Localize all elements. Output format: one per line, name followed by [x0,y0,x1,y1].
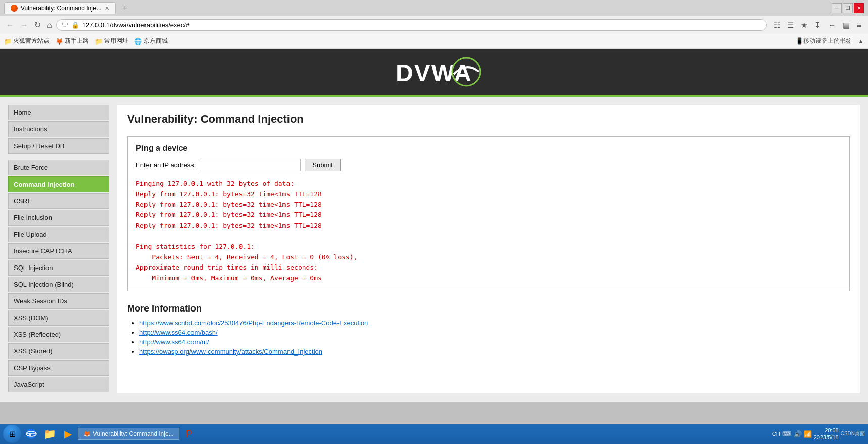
close-button[interactable]: ✕ [854,3,864,13]
page-title: Vulnerability: Command Injection [117,105,860,131]
sidebar-item-command-injection[interactable]: Command Injection [8,176,109,192]
sidebar-item-csrf[interactable]: CSRF [8,193,109,209]
dvwa-logo-swoosh [451,57,481,87]
link-3[interactable]: http://www.ss64.com/nt/ [139,338,209,346]
bookmark-icon-1: 📁 [4,38,12,45]
sidebar-gap [8,155,109,160]
link-2[interactable]: http://www.ss64.com/bash/ [139,329,218,336]
bookmark-label-4: 京东商城 [143,37,168,46]
extensions-button[interactable]: ☷ [771,19,783,31]
tab-title: Vulnerability: Command Inje... [21,5,102,12]
lock-icon: 🔒 [71,21,79,29]
link-4[interactable]: https://owasp.org/www-community/attacks/… [139,348,322,356]
link-1[interactable]: https://www.scribd.com/doc/2530476/Php-E… [139,319,368,327]
dvwa-logo: DVWA [396,59,472,87]
more-info-title: More Information [127,303,850,314]
sidebar-item-javascript[interactable]: JavaScript [8,377,109,392]
submit-button[interactable]: Submit [305,159,340,171]
reader-button[interactable]: ☰ [785,19,796,31]
sidebar-item-instructions[interactable]: Instructions [8,121,109,137]
home-button[interactable]: ⌂ [45,19,54,32]
bookmark-item-1[interactable]: 📁 火狐官方站点 [4,37,50,46]
sidebar-item-insecure-captcha[interactable]: Insecure CAPTCHA [8,243,109,259]
bookmark-icon-3: 📁 [95,38,103,45]
sidebar-item-csp-bypass[interactable]: CSP Bypass [8,360,109,376]
bookmark-label-2: 新手上路 [65,37,89,46]
browser-chrome: Vulnerability: Command Inje... ✕ + ─ ❐ ✕… [0,0,868,49]
ping-box-title: Ping a device [136,144,841,153]
ip-input[interactable] [200,159,301,171]
sidebar-item-xss-stored[interactable]: XSS (Stored) [8,343,109,359]
restore-button[interactable]: ❐ [843,3,853,13]
window-controls: ─ ❐ ✕ [832,3,864,13]
more-info-section: More Information https://www.scribd.com/… [117,296,860,365]
mobile-bookmarks: 📱移动设备上的书签 [796,37,852,46]
shield-icon: 🛡 [62,21,68,29]
title-bar: Vulnerability: Command Inje... ✕ + ─ ❐ ✕ [0,0,868,16]
ping-box: Ping a device Enter an IP address: Submi… [127,136,850,291]
url-input[interactable]: 127.0.0.1/dvwa/vulnerabilities/exec/# [82,21,762,29]
sidebar-item-sql-injection[interactable]: SQL Injection [8,260,109,276]
browser-tab[interactable]: Vulnerability: Command Inje... ✕ [4,2,116,14]
bookmark-label-1: 火狐官方站点 [13,37,50,46]
sidebar-item-xss-reflected[interactable]: XSS (Reflected) [8,327,109,342]
minimize-button[interactable]: ─ [832,3,842,13]
address-bar[interactable]: 🛡 🔒 127.0.0.1/dvwa/vulnerabilities/exec/… [56,19,767,31]
sidebar-item-home[interactable]: Home [8,105,109,120]
tab-favicon [11,5,18,12]
bookmark-item-3[interactable]: 📁 常用网址 [95,37,128,46]
dvwa-header: DVWA [0,49,868,97]
page-wrapper: DVWA Home Instructions Setup / Reset DB … [0,49,868,402]
back-button2[interactable]: ← [826,19,838,31]
download-button[interactable]: ↧ [812,19,824,31]
more-info-links: https://www.scribd.com/doc/2530476/Php-E… [127,319,850,356]
bookmarks-bar: 📁 火狐官方站点 🦊 新手上路 📁 常用网址 🌐 京东商城 📱移动设备上的书签 … [0,34,868,49]
content-area: Vulnerability: Command Injection Ping a … [117,105,860,393]
sidebar-item-weak-session-ids[interactable]: Weak Session IDs [8,293,109,309]
bookmark-icon-4: 🌐 [134,38,142,45]
sidebar: Home Instructions Setup / Reset DB Brute… [8,105,109,393]
bookmark-item-2[interactable]: 🦊 新手上路 [56,37,89,46]
extensions-icon[interactable]: ▤ [840,19,852,31]
back-button[interactable]: ← [4,19,16,32]
new-tab-button[interactable]: + [120,3,130,14]
ip-label: Enter an IP address: [136,161,196,169]
ping-form: Enter an IP address: Submit [136,159,841,171]
sidebar-item-file-upload[interactable]: File Upload [8,227,109,242]
title-bar-left: Vulnerability: Command Inje... ✕ + [4,2,832,14]
scroll-up-icon[interactable]: ▲ [858,38,864,45]
sidebar-item-brute-force[interactable]: Brute Force [8,160,109,175]
nav-icons: ☷ ☰ ★ ↧ ← ▤ ≡ [771,19,864,31]
refresh-button[interactable]: ↻ [32,18,43,32]
bookmark-button[interactable]: ★ [798,19,810,31]
forward-button[interactable]: → [18,19,30,32]
navigation-bar: ← → ↻ ⌂ 🛡 🔒 127.0.0.1/dvwa/vulnerabiliti… [0,16,868,34]
main-layout: Home Instructions Setup / Reset DB Brute… [0,97,868,402]
sidebar-item-file-inclusion[interactable]: File Inclusion [8,210,109,226]
bookmark-label-3: 常用网址 [104,37,128,46]
sidebar-item-sql-injection-blind[interactable]: SQL Injection (Blind) [8,277,109,292]
menu-button[interactable]: ≡ [854,19,864,31]
bookmark-icon-2: 🦊 [56,38,63,45]
sidebar-item-setup[interactable]: Setup / Reset DB [8,138,109,154]
ping-output: Pinging 127.0.0.1 with 32 bytes of data:… [136,179,841,284]
bookmark-item-4[interactable]: 🌐 京东商城 [134,37,168,46]
sidebar-item-xss-dom[interactable]: XSS (DOM) [8,310,109,326]
tab-close-button[interactable]: ✕ [105,5,109,12]
